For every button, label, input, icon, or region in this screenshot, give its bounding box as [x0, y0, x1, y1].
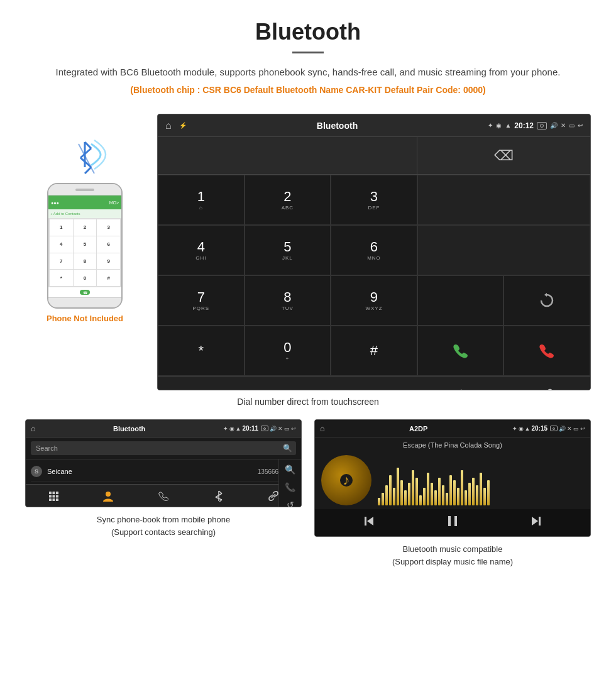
visualizer-bar — [468, 483, 471, 505]
pb-title: Bluetooth — [36, 425, 223, 432]
backspace-icon[interactable]: ⌫ — [494, 148, 514, 164]
page-header: Bluetooth Integrated with BC6 Bluetooth … — [0, 0, 616, 101]
usb-icon: ⚡ — [179, 122, 187, 129]
visualizer-bar — [487, 480, 490, 505]
phone-icon[interactable] — [361, 383, 387, 391]
music-song-title: Escape (The Pina Colada Song) — [315, 438, 590, 451]
svg-rect-28 — [49, 498, 52, 501]
visualizer-bar — [461, 470, 463, 505]
play-pause-button[interactable] — [446, 514, 459, 531]
svg-rect-9 — [204, 390, 207, 391]
pb-refresh-side-icon[interactable]: ↺ — [287, 500, 294, 507]
visualizer-bar — [465, 490, 467, 505]
pb-search-placeholder: Search — [36, 444, 58, 452]
svg-marker-37 — [367, 517, 373, 526]
contacts-icon[interactable] — [275, 383, 300, 391]
visualizer-bar — [397, 468, 399, 505]
visualizer-bar — [423, 488, 426, 505]
phone-image-section: ●●● MO> + Add to Contacts 1 2 3 4 5 6 7 … — [25, 114, 145, 323]
pb-search-side-icon[interactable]: 🔍 — [285, 465, 295, 475]
bluetooth-wave-icon — [63, 133, 107, 177]
status-icons: ✦ ◉ ▲ 20:12 🔊 ✕ ▭ ↩ — [488, 121, 583, 130]
back-icon[interactable]: ↩ — [578, 122, 583, 129]
dial-key-3[interactable]: 3 DEF — [331, 175, 417, 225]
dial-key-2[interactable]: 2 ABC — [245, 175, 331, 225]
pb-home-icon[interactable]: ⌂ — [31, 424, 36, 433]
refresh-button[interactable] — [503, 275, 590, 326]
bottom-screenshots: ⌂ Bluetooth ✦ ◉ ▲ 20:11 🔊 ✕ ▭ ↩ Search 🔍 — [0, 419, 616, 571]
dial-key-9[interactable]: 9 WXYZ — [331, 275, 417, 326]
backspace-cell[interactable]: ⌫ — [417, 137, 590, 175]
pb-side-icons: 🔍 📞 ↺ — [278, 460, 301, 507]
svg-rect-38 — [365, 517, 366, 526]
music-statusbar: ⌂ A2DP ✦ ◉ ▲ 20:15 🔊 ✕ ▭ ↩ — [315, 420, 590, 438]
phone-dialpad: 1 2 3 4 5 6 7 8 9 * 0 # — [48, 218, 121, 287]
pb-search-box[interactable]: Search 🔍 — [31, 441, 296, 455]
dial-key-0[interactable]: 0 + — [245, 326, 331, 376]
music-camera-icon — [550, 426, 558, 431]
svg-rect-27 — [56, 495, 58, 497]
visualizer-bar — [400, 480, 403, 505]
dial-key-5[interactable]: 5 JKL — [245, 225, 331, 275]
visualizer-bar — [412, 470, 414, 505]
dial-empty-3 — [417, 275, 504, 326]
music-back-icon[interactable]: ↩ — [580, 426, 585, 432]
pb-bottom-bar — [26, 484, 301, 507]
call-button[interactable] — [417, 326, 504, 376]
location-status-icon: ◉ — [496, 122, 502, 129]
dial-key-hash[interactable]: # — [331, 326, 417, 376]
dial-key-star[interactable]: * — [158, 326, 245, 376]
pb-search-icon[interactable]: 🔍 — [283, 444, 292, 453]
svg-marker-42 — [532, 517, 538, 526]
phone-bottom-bar — [48, 297, 121, 307]
pb-bt-bottom-icon[interactable] — [210, 487, 228, 505]
home-icon[interactable]: ⌂ — [165, 120, 172, 131]
camera-icon — [537, 122, 547, 129]
visualizer-bar — [476, 485, 478, 505]
pb-vol-icon: 🔊 — [270, 426, 277, 432]
music-time: 20:15 — [531, 425, 547, 432]
phone-not-included-label: Phone Not Included — [47, 314, 123, 323]
close-icon: ✕ — [561, 122, 566, 129]
dial-key-8[interactable]: 8 TUV — [245, 275, 331, 326]
pb-bt-icon: ✦ — [223, 426, 228, 432]
visualizer-bar — [419, 495, 422, 505]
pb-loc-icon: ◉ — [229, 426, 234, 432]
pb-contact-row[interactable]: S Seicane 13566664466 — [31, 462, 296, 482]
pb-user-icon[interactable] — [99, 487, 117, 505]
music-home-icon[interactable]: ⌂ — [320, 424, 325, 433]
pb-phone-bottom-icon[interactable] — [155, 487, 172, 505]
dial-key-4[interactable]: 4 GHI — [158, 225, 245, 275]
visualizer-bar — [480, 473, 482, 505]
dial-statusbar: ⌂ ⚡ Bluetooth ✦ ◉ ▲ 20:12 🔊 ✕ ▭ ↩ — [158, 114, 590, 137]
link-icon[interactable] — [534, 383, 559, 391]
phone-screen: ●●● MO> + Add to Contacts 1 2 3 4 5 6 7 … — [48, 195, 121, 297]
pb-dialpad-icon[interactable] — [45, 487, 62, 505]
orange-info: (Bluetooth chip : CSR BC6 Default Blueto… — [38, 85, 578, 95]
pb-back-icon[interactable]: ↩ — [291, 426, 296, 432]
prev-track-button[interactable] — [362, 514, 376, 531]
pb-call-side-icon[interactable]: 📞 — [285, 482, 295, 492]
svg-rect-7 — [195, 390, 199, 391]
pb-x-icon: ✕ — [278, 426, 283, 432]
dial-caption: Dial number direct from touchscreen — [0, 390, 616, 419]
dial-key-7[interactable]: 7 PQRS — [158, 275, 245, 326]
visualizer-bar — [389, 475, 392, 505]
visualizer-bar — [438, 478, 441, 505]
main-section: ●●● MO> + Add to Contacts 1 2 3 4 5 6 7 … — [0, 101, 616, 390]
hang-up-button[interactable] — [503, 326, 590, 376]
music-loc-icon: ◉ — [519, 426, 524, 432]
next-track-button[interactable] — [529, 514, 543, 531]
visualizer-bar — [408, 483, 410, 505]
visualizer-bar — [442, 485, 444, 505]
visualizer-bar — [393, 488, 395, 505]
visualizer-bar — [446, 493, 448, 505]
pb-win-icon: ▭ — [284, 426, 290, 432]
bluetooth-icon[interactable] — [448, 383, 473, 391]
dial-key-6[interactable]: 6 MNO — [331, 225, 417, 275]
svg-line-18 — [461, 390, 465, 391]
dial-key-1[interactable]: 1 ⌂ — [158, 175, 245, 225]
svg-rect-29 — [52, 498, 55, 501]
dialpad-icon[interactable] — [189, 383, 214, 391]
phone-contact-bar: + Add to Contacts — [48, 209, 121, 218]
